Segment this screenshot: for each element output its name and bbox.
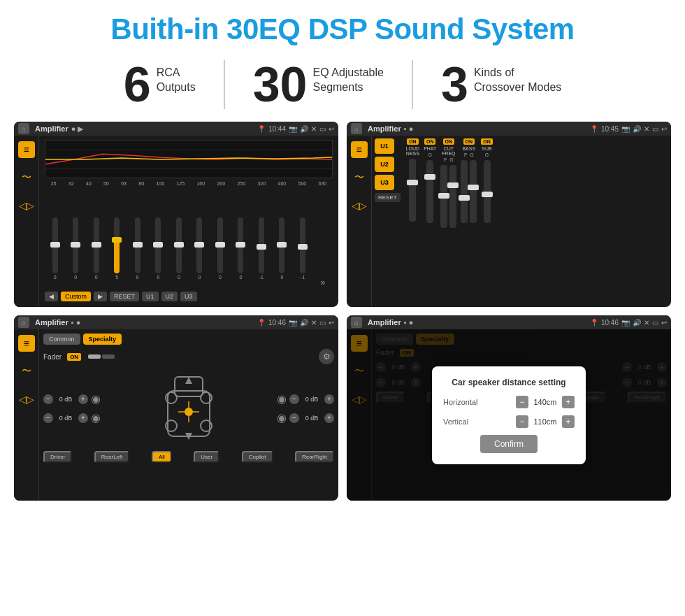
slider-11[interactable]: -1 xyxy=(259,217,264,287)
slider-4[interactable]: 5 xyxy=(114,217,120,287)
slider-8[interactable]: 0 xyxy=(196,217,202,287)
right-front-minus[interactable]: − xyxy=(289,394,299,404)
phat-on: ON xyxy=(424,138,436,145)
u2-preset[interactable]: U2 xyxy=(375,157,394,172)
speaker-icon-lf: ◉ xyxy=(91,392,101,406)
loudness-on: ON xyxy=(407,138,419,145)
slider-7[interactable]: 0 xyxy=(176,217,182,287)
left-rear-minus[interactable]: − xyxy=(43,413,53,423)
right-front-plus[interactable]: + xyxy=(324,394,334,404)
phat-slider[interactable] xyxy=(426,160,433,223)
u1-btn[interactable]: U1 xyxy=(142,292,159,301)
wave-icon-3[interactable]: 〜 xyxy=(18,363,35,380)
horizontal-plus[interactable]: + xyxy=(562,396,575,408)
slider-5[interactable]: 0 xyxy=(135,217,140,287)
slider-3[interactable]: 0 xyxy=(94,217,99,287)
screen-amp: ⌂ Amplifier ▪ ● 📍 10:45 📷 🔊 ✕ ▭ ↩ ≡ 〜 ◁▷ xyxy=(347,122,671,307)
screen3-title: Amplifier xyxy=(35,318,68,327)
status-bar-2: ⌂ Amplifier ▪ ● 📍 10:45 📷 🔊 ✕ ▭ ↩ xyxy=(347,122,671,136)
vertical-minus[interactable]: − xyxy=(516,415,528,428)
screen3-dots: ▪ ● xyxy=(71,318,81,327)
bass-slider-1[interactable] xyxy=(461,160,468,223)
u3-btn[interactable]: U3 xyxy=(180,292,197,301)
loudness-slider[interactable] xyxy=(409,159,416,222)
eq-icon-active[interactable]: ≡ xyxy=(18,141,35,158)
status-bar-1: ⌂ Amplifier ● ▶ 📍 10:44 📷 🔊 ✕ ▭ ↩ xyxy=(14,122,338,136)
back-icon-4: ↩ xyxy=(661,319,667,327)
user-btn[interactable]: User xyxy=(194,451,219,463)
play-btn[interactable]: ▶ xyxy=(94,292,107,301)
left-rear-row: − 0 dB + ◉ xyxy=(43,411,101,424)
home-icon-2[interactable]: ⌂ xyxy=(351,123,362,134)
screen1-dots: ● ▶ xyxy=(71,124,84,134)
fader-on: ON xyxy=(67,353,81,361)
rearleft-btn[interactable]: RearLeft xyxy=(94,451,130,463)
reset-btn[interactable]: RESET xyxy=(110,292,139,301)
prev-btn[interactable]: ◀ xyxy=(45,292,58,301)
horizontal-value: 140cm xyxy=(531,398,559,406)
speaker-icon[interactable]: ◁▷ xyxy=(18,197,35,214)
settings-icon-3[interactable]: ⚙ xyxy=(319,349,334,364)
cutfreq-slider-1[interactable] xyxy=(440,165,447,228)
car-svg xyxy=(154,370,224,447)
sub-slider[interactable] xyxy=(484,160,491,223)
eq-bottom-bar: ◀ Custom ▶ RESET U1 U2 U3 xyxy=(45,289,333,303)
slider-6[interactable]: 0 xyxy=(155,217,161,287)
stats-row: 6 RCAOutputs 30 EQ AdjustableSegments 3 … xyxy=(0,53,685,122)
driver-btn[interactable]: Driver xyxy=(43,451,72,463)
copilot-btn[interactable]: Copilot xyxy=(242,451,273,463)
left-rear-plus[interactable]: + xyxy=(78,413,88,423)
location-icon-2: 📍 xyxy=(590,125,598,133)
side-icons-2: ≡ 〜 ◁▷ xyxy=(347,136,372,307)
bass-on: ON xyxy=(463,138,475,145)
eq-icon-2[interactable]: ≡ xyxy=(351,141,368,158)
u3-preset[interactable]: U3 xyxy=(375,175,394,190)
custom-btn[interactable]: Custom xyxy=(61,292,91,301)
speaker-icon-lr: ◉ xyxy=(91,411,101,424)
left-front-plus[interactable]: + xyxy=(78,394,88,404)
home-icon-3[interactable]: ⌂ xyxy=(18,317,29,328)
wave-icon-2[interactable]: 〜 xyxy=(351,169,368,186)
slider-1[interactable]: 0 xyxy=(52,217,58,287)
speaker-icon-rf: ◉ xyxy=(277,392,287,406)
screen-fader: ⌂ Amplifier ▪ ● 📍 10:46 📷 🔊 ✕ ▭ ↩ ≡ 〜 ◁▷ xyxy=(14,315,338,501)
vertical-plus[interactable]: + xyxy=(562,415,575,428)
horizontal-minus[interactable]: − xyxy=(516,396,528,408)
status-bar-3: ⌂ Amplifier ▪ ● 📍 10:46 📷 🔊 ✕ ▭ ↩ xyxy=(14,315,338,329)
tab-common-3[interactable]: Common xyxy=(43,334,80,345)
stat-number-rca: 6 xyxy=(124,60,151,109)
reset-small[interactable]: RESET xyxy=(375,193,401,202)
eq-icon-3[interactable]: ≡ xyxy=(18,335,35,352)
slider-9[interactable]: 0 xyxy=(217,217,223,287)
cutfreq-slider-2[interactable] xyxy=(449,165,456,228)
status-right-1: 📍 10:44 📷 🔊 ✕ ▭ ↩ xyxy=(257,125,334,133)
all-btn[interactable]: All xyxy=(152,451,172,463)
right-rear-plus[interactable]: + xyxy=(324,413,334,423)
screen1-content: ≡ 〜 ◁▷ xyxy=(14,136,338,307)
tab-specialty-3[interactable]: Specialty xyxy=(83,334,122,345)
window-icon-2: ▭ xyxy=(652,125,658,133)
slider-12[interactable]: 0 xyxy=(279,217,284,287)
speaker-icon-3[interactable]: ◁▷ xyxy=(18,391,35,408)
u2-btn[interactable]: U2 xyxy=(161,292,178,301)
stat-label-eq: EQ AdjustableSegments xyxy=(313,60,384,95)
u1-preset[interactable]: U1 xyxy=(375,138,394,154)
slider-10[interactable]: 0 xyxy=(238,217,243,287)
more-icon[interactable]: » xyxy=(320,278,325,287)
wave-icon[interactable]: 〜 xyxy=(18,169,35,186)
location-icon-3: 📍 xyxy=(257,319,266,327)
right-front-row: ◉ − 0 dB + xyxy=(277,392,334,406)
left-front-minus[interactable]: − xyxy=(43,394,53,404)
slider-2[interactable]: 0 xyxy=(73,217,78,287)
eq-graph xyxy=(45,140,333,178)
home-icon-1[interactable]: ⌂ xyxy=(18,123,29,134)
stat-eq: 30 EQ AdjustableSegments xyxy=(225,60,413,109)
home-icon-4[interactable]: ⌂ xyxy=(351,317,362,328)
bass-slider-2[interactable] xyxy=(470,160,477,223)
confirm-button[interactable]: Confirm xyxy=(480,435,538,453)
rearright-btn[interactable]: RearRight xyxy=(295,451,334,463)
fader-label: Fader xyxy=(43,353,62,361)
slider-13[interactable]: -1 xyxy=(300,217,305,287)
right-rear-minus[interactable]: − xyxy=(289,413,299,423)
speaker-icon-2[interactable]: ◁▷ xyxy=(351,197,368,214)
